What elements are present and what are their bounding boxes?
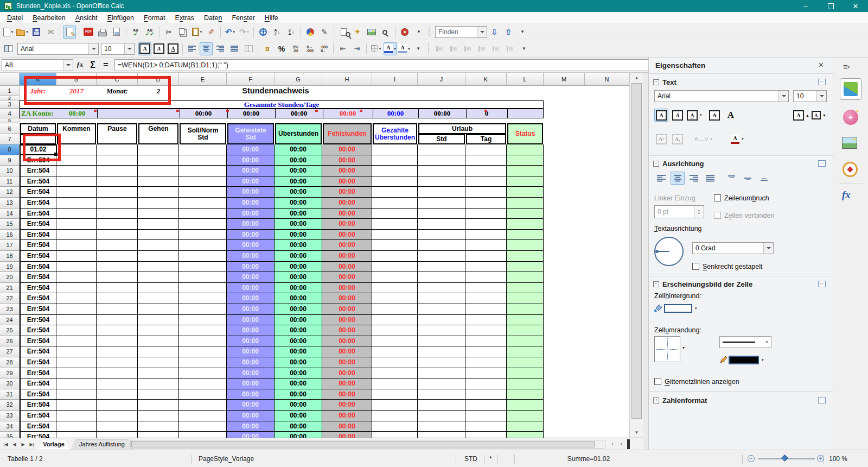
find-replace-icon[interactable] [337,26,350,39]
cell-B18[interactable] [56,251,97,262]
standard-toolbar-overflow-icon[interactable]: ▾ [412,26,425,39]
cell-B11[interactable] [56,176,97,187]
copy-icon[interactable] [176,26,189,39]
cell-H26[interactable]: 00:00 [322,336,372,347]
column-header-l[interactable]: L [507,73,544,86]
cell-L20[interactable] [507,272,544,283]
sidebar-increase-font-icon[interactable]: A▲ [793,109,809,122]
cell-J13[interactable] [418,198,465,209]
cell-F26[interactable]: 00:00 [227,336,275,347]
cell-D20[interactable] [138,272,179,283]
sheet-tab-vorlage[interactable]: Vorlage [38,439,69,450]
next-sheet-icon[interactable]: ▶ [19,440,27,449]
vertical-scrollbar-thumb[interactable] [631,83,642,419]
cell-I8[interactable] [372,144,418,155]
table-header-geleistete-std[interactable]: Geleistete Std [227,123,274,144]
cell-C8[interactable] [97,144,138,155]
cell-D28[interactable] [138,357,179,368]
cell-G21[interactable]: 00:00 [275,283,322,294]
row-header-29[interactable]: 29 [0,368,20,379]
cell-I16[interactable] [372,230,418,241]
cell-L22[interactable] [507,293,544,304]
cell-C19[interactable] [97,262,138,273]
help-icon[interactable] [398,26,411,39]
font-size-select[interactable]: 10 [101,43,135,55]
cell-L34[interactable] [507,421,544,432]
sum-button[interactable]: Σ [86,59,99,71]
cell-H29[interactable]: 00:00 [322,368,372,379]
row-header-28[interactable]: 28 [0,357,20,368]
cell-A27[interactable]: Err:504 [20,346,56,357]
cell-C11[interactable] [97,176,138,187]
cell-G34[interactable]: 00:00 [275,421,322,432]
cell-B8[interactable] [56,144,97,155]
cell-F17[interactable]: 00:00 [227,240,275,251]
cell-C18[interactable] [97,251,138,262]
cell-J16[interactable] [418,230,465,241]
cell-E35[interactable] [179,432,227,438]
sidebar-character-spacing-icon[interactable]: A↔V▾ [694,132,712,146]
merge-cells-checkbox[interactable]: Zellen verbinden [714,212,774,219]
cell-L10[interactable] [507,166,544,176]
gallery-icon[interactable] [365,26,378,39]
cell-A12[interactable]: Err:504 [20,187,56,198]
cell-G19[interactable]: 00:00 [275,262,322,273]
cell-C29[interactable] [97,368,138,379]
cell-J18[interactable] [418,251,465,262]
table-header-soll-norm-std[interactable]: Soll/Norm Std [180,123,226,144]
cell-D17[interactable] [138,240,179,251]
cell-G32[interactable]: 00:00 [275,400,322,411]
sidebar-italic-icon[interactable]: A [671,109,685,122]
cell-I32[interactable] [372,400,418,411]
cell-D11[interactable] [138,176,179,187]
cell-E17[interactable] [179,240,227,251]
cell-F31[interactable]: 00:00 [227,389,275,400]
column-header-n[interactable]: N [585,73,629,86]
cell-G11[interactable]: 00:00 [275,176,322,187]
cell-G29[interactable]: 00:00 [275,368,322,379]
cell-F35[interactable]: 00:00 [227,432,275,438]
last-sheet-icon[interactable]: ▶| [28,440,36,449]
email-icon[interactable]: ✉ [44,26,57,39]
summary-value-f[interactable]: 00:00 [227,109,275,118]
align-justified-icon[interactable] [228,42,241,55]
cell-G10[interactable]: 00:00 [275,166,322,176]
row-header-10[interactable]: 10 [0,166,20,176]
row-header-3[interactable]: 3 [0,100,20,109]
cell-I10[interactable] [372,166,418,176]
maximize-button[interactable] [818,0,843,12]
align-objects-right-icon[interactable] [461,42,474,55]
za-konto-value[interactable]: 00:00 [57,109,97,118]
cell-G27[interactable]: 00:00 [275,346,322,357]
cell-A35[interactable]: Err:504 [20,432,56,438]
cell-B19[interactable] [56,262,97,273]
cell-K13[interactable] [465,198,507,209]
cell-J26[interactable] [418,336,465,347]
cell-B21[interactable] [56,283,97,294]
cell-D27[interactable] [138,346,179,357]
cell-D32[interactable] [138,400,179,411]
cell-H30[interactable]: 00:00 [322,378,372,389]
cell-E22[interactable] [179,293,227,304]
cell-A31[interactable]: Err:504 [20,389,56,400]
cell-A21[interactable]: Err:504 [20,283,56,294]
cell-J31[interactable] [418,389,465,400]
cell-A34[interactable]: Err:504 [20,421,56,432]
cell-H13[interactable]: 00:00 [322,198,372,209]
cell-H18[interactable]: 00:00 [322,251,372,262]
cell-L18[interactable] [507,251,544,262]
row-header-8[interactable]: 8 [0,144,20,155]
deck-functions-icon[interactable]: fx [842,189,851,201]
cell-F30[interactable]: 00:00 [227,378,275,389]
sidebar-align-left-icon[interactable] [654,172,668,185]
cell-D14[interactable] [138,209,179,219]
cell-C24[interactable] [97,315,138,326]
cell-I24[interactable] [372,315,418,326]
cell-G17[interactable]: 00:00 [275,240,322,251]
cell-A18[interactable]: Err:504 [20,251,56,262]
cell-F22[interactable]: 00:00 [227,293,275,304]
cell-E21[interactable] [179,283,227,294]
section-cell-appearance-more-options-icon[interactable]: ··· [818,281,826,287]
cell-I14[interactable] [372,209,418,219]
cell-C33[interactable] [97,411,138,421]
